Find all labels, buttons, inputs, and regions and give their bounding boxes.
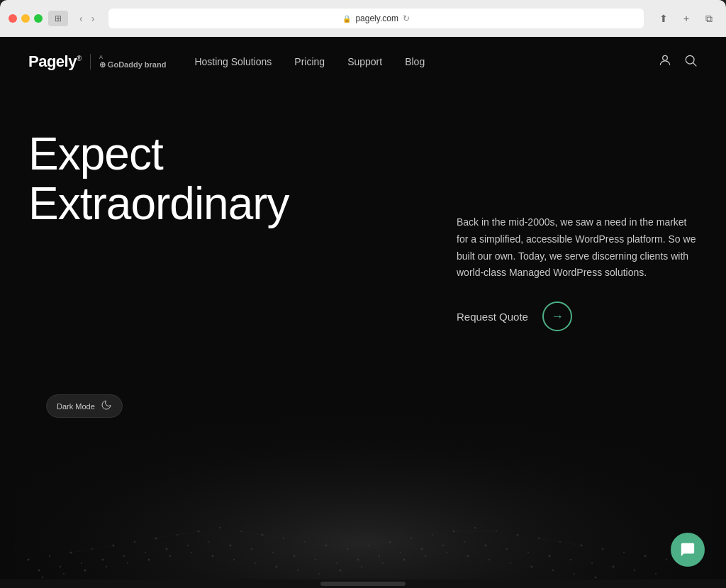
url-text: pagely.com [355,13,398,23]
svg-point-82 [361,566,362,567]
request-quote-area: Request Quote → [457,301,698,331]
nav-link-support[interactable]: Support [347,56,382,67]
svg-point-71 [127,562,128,564]
svg-point-67 [42,577,43,578]
svg-point-59 [527,552,529,553]
svg-point-63 [613,566,615,568]
svg-point-0 [663,55,668,60]
lock-icon: 🔒 [342,15,351,23]
share-icon[interactable]: ⬆ [655,10,672,27]
back-arrow[interactable]: ‹ [77,11,86,26]
svg-point-90 [531,566,533,568]
svg-point-70 [106,566,107,567]
svg-point-55 [442,545,444,546]
navbar: Pagely® A ⊕ GoDaddy brand Hosting Soluti… [0,37,726,87]
hero-right-content: Back in the mid-2000s, we saw a need in … [457,214,698,331]
svg-point-68 [63,573,65,575]
tabs-icon[interactable]: ⧉ [700,10,717,27]
godaddy-logo-text: ⊕ GoDaddy brand [99,60,167,70]
svg-point-42 [166,548,168,550]
hero-heading: Expect Extraordinary [28,129,312,229]
scrollbar-track[interactable] [320,582,406,586]
svg-point-48 [294,555,296,558]
svg-point-72 [148,559,150,561]
svg-point-77 [255,562,256,564]
arrow-icon: → [551,309,564,324]
svg-point-45 [230,545,232,547]
svg-point-52 [379,555,380,557]
arrow-button[interactable]: → [542,301,572,331]
svg-point-33 [644,555,647,558]
svg-point-58 [506,548,508,550]
svg-point-1 [686,55,694,64]
svg-point-74 [191,552,192,553]
svg-point-64 [634,570,635,571]
reload-icon: ↻ [403,13,410,23]
new-tab-icon[interactable]: + [678,10,695,27]
svg-point-88 [488,559,490,560]
hero-description: Back in the mid-2000s, we saw a need in … [457,214,698,282]
svg-point-69 [84,570,86,572]
svg-point-79 [297,570,298,571]
close-button[interactable] [9,14,17,23]
svg-point-60 [549,555,551,558]
svg-point-75 [212,555,214,558]
search-icon[interactable] [683,53,698,71]
nav-actions [658,53,698,71]
svg-point-13 [219,527,220,528]
svg-point-23 [432,534,433,536]
logo-area: Pagely® A ⊕ GoDaddy brand [28,52,166,71]
request-quote-link[interactable]: Request Quote [457,311,528,323]
svg-point-57 [485,545,487,547]
svg-point-65 [655,573,657,575]
nav-link-blog[interactable]: Blog [405,56,425,67]
svg-point-89 [510,562,511,564]
svg-point-87 [467,555,469,558]
svg-point-81 [340,570,342,572]
godaddy-brand: A ⊕ GoDaddy brand [90,54,167,70]
nav-link-hosting[interactable]: Hosting Solutions [194,56,272,67]
svg-point-49 [315,559,316,560]
svg-rect-3 [14,361,712,588]
nav-arrows: ‹ › [77,11,97,26]
user-icon[interactable] [658,53,672,71]
svg-point-18 [325,545,328,547]
svg-point-78 [276,566,278,568]
svg-point-83 [382,562,384,564]
godaddy-label: A [99,54,104,60]
svg-point-76 [233,559,235,560]
browser-actions: ⬆ + ⧉ [655,10,717,27]
svg-point-73 [169,555,171,557]
svg-point-34 [666,559,667,560]
website-content: Pagely® A ⊕ GoDaddy brand Hosting Soluti… [0,37,726,588]
fullscreen-button[interactable] [34,14,43,23]
network-visualization [0,361,726,588]
logo-text: Pagely® [28,52,82,70]
nav-links: Hosting Solutions Pricing Support Blog [194,56,658,67]
svg-line-2 [693,62,697,66]
svg-point-40 [123,555,125,557]
svg-point-61 [570,559,571,560]
nav-link-pricing[interactable]: Pricing [294,56,325,67]
svg-point-50 [336,562,337,564]
svg-point-32 [623,552,625,553]
svg-point-43 [187,545,189,546]
tab-switcher-icon[interactable]: ⊞ [48,11,68,26]
svg-point-92 [574,573,575,575]
svg-point-80 [318,573,320,575]
svg-point-85 [425,555,426,557]
svg-point-46 [251,548,252,550]
svg-point-54 [421,548,423,550]
svg-point-9 [134,541,135,543]
svg-point-41 [145,552,146,553]
minimize-button[interactable] [21,14,30,23]
traffic-lights [9,14,43,23]
svg-point-93 [595,577,597,579]
address-bar[interactable]: 🔒 pagely.com ↻ [108,9,644,28]
svg-point-84 [403,559,406,561]
svg-point-37 [60,566,61,567]
svg-point-17 [304,541,306,543]
chat-button[interactable] [671,533,705,567]
logo[interactable]: Pagely® [28,52,82,71]
forward-arrow[interactable]: › [89,11,98,26]
